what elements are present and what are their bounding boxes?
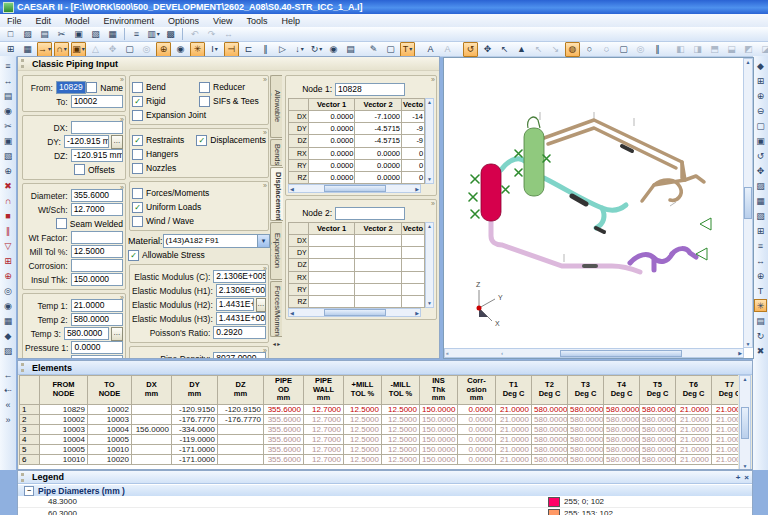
- refresh-view-icon[interactable]: ◎: [139, 42, 154, 57]
- hangers-checkbox[interactable]: Hangers: [132, 148, 199, 160]
- dz-field[interactable]: -120.915 mm: [71, 149, 123, 162]
- hanger-aux-icon[interactable]: ◎: [2, 284, 15, 297]
- element-cell[interactable]: 580.0000: [568, 444, 604, 454]
- element-cell[interactable]: 10003: [88, 414, 132, 424]
- find-node-icon[interactable]: ◉: [326, 42, 341, 57]
- element-cell[interactable]: 150.0000: [420, 414, 458, 424]
- cut-icon[interactable]: ✂: [54, 27, 69, 42]
- element-cell[interactable]: 12.5000: [344, 454, 382, 464]
- elements-col-header[interactable]: Corr- osion mm: [458, 376, 496, 405]
- rigid-aux-icon[interactable]: ■: [2, 209, 15, 222]
- element-cell[interactable]: [218, 424, 264, 434]
- hangers-toggle-icon[interactable]: ◉: [173, 42, 188, 57]
- forces-moments-checkbox[interactable]: Forces/Moments: [132, 187, 209, 199]
- anchors-toggle-icon[interactable]: ⊣: [224, 42, 239, 57]
- element-cell[interactable]: 355.6000: [264, 434, 304, 444]
- element-cell[interactable]: 0.0000: [458, 414, 496, 424]
- element-cell[interactable]: 21.0000: [712, 424, 739, 434]
- element-row[interactable]: 21000210003-176.7770-176.7770355.600012.…: [20, 414, 739, 424]
- element-cell[interactable]: 12.5000: [382, 444, 420, 454]
- select-arrow-icon[interactable]: ↖: [497, 42, 512, 57]
- element-cell[interactable]: 12.5000: [344, 424, 382, 434]
- restraints-checkbox[interactable]: ✓Restraints: [132, 134, 196, 146]
- element-cell[interactable]: 150.0000: [420, 404, 458, 414]
- group-expand-icon[interactable]: »: [263, 347, 266, 354]
- vector-cell[interactable]: 0.0000: [308, 123, 355, 135]
- vector-cell[interactable]: 0: [402, 159, 425, 171]
- element-cell[interactable]: 10020: [88, 454, 132, 464]
- vector-cell[interactable]: [402, 247, 425, 259]
- vector-cell[interactable]: [355, 247, 402, 259]
- undo-icon[interactable]: ↶: [187, 27, 202, 42]
- element-cell[interactable]: 10002: [40, 414, 88, 424]
- element-cell[interactable]: 355.6000: [264, 454, 304, 464]
- font-smaller-icon[interactable]: A: [440, 42, 455, 57]
- element-cell[interactable]: 150.0000: [420, 444, 458, 454]
- view-plan-icon[interactable]: ⊞: [754, 74, 767, 87]
- dropdown-arrow-icon[interactable]: ▾: [48, 43, 51, 56]
- element-cell[interactable]: [132, 414, 172, 424]
- poisson-s-ratio-field[interactable]: 0.2920: [213, 326, 266, 339]
- vector-cell[interactable]: [308, 271, 355, 283]
- elastic-modulus-h1-field[interactable]: 2.1306E+005: [216, 284, 266, 297]
- paste-icon[interactable]: ▧: [88, 27, 103, 42]
- elements-col-header[interactable]: -MILL TOL %: [382, 376, 420, 405]
- legend-panel-header[interactable]: Legend + ×: [18, 471, 752, 484]
- flow-direction-icon[interactable]: ▷: [275, 42, 290, 57]
- snapshot-icon[interactable]: ▢: [122, 42, 137, 57]
- grid-view-icon[interactable]: ⊞: [3, 42, 18, 57]
- scrollbar-thumb[interactable]: [324, 309, 386, 316]
- ellipsis-button[interactable]: ...: [111, 135, 123, 149]
- legend-entry[interactable]: 48.3000255; 0; 102: [18, 496, 752, 508]
- temp-3-field[interactable]: 580.0000: [64, 327, 109, 340]
- reducer-aux-icon[interactable]: ▽: [2, 239, 15, 252]
- legend-entry[interactable]: 60.3000255; 153; 102: [18, 508, 752, 515]
- dx-field[interactable]: [71, 121, 123, 134]
- view-top-icon[interactable]: ⬒: [707, 42, 722, 57]
- element-cell[interactable]: 156.0000: [132, 424, 172, 434]
- expansion-joint-aux-icon[interactable]: ∥: [2, 224, 15, 237]
- mill-tol-field[interactable]: 12.5000: [71, 245, 123, 258]
- restraint-aux-icon[interactable]: ⊕: [2, 269, 15, 282]
- element-cell[interactable]: 12.7000: [304, 414, 344, 424]
- elements-col-header[interactable]: T5 Deg C: [640, 376, 676, 405]
- vector-cell[interactable]: [402, 271, 425, 283]
- scrollbar-thumb[interactable]: [324, 185, 386, 192]
- element-cell[interactable]: 580.0000: [604, 414, 640, 424]
- element-cell[interactable]: 21.0000: [712, 434, 739, 444]
- scroll-up-icon[interactable]: ▲: [746, 59, 751, 65]
- shaded-mode-icon[interactable]: ◎: [633, 42, 648, 57]
- element-list-icon[interactable]: ▤: [2, 89, 15, 102]
- element-cell[interactable]: 21.0000: [712, 404, 739, 414]
- vector-cell[interactable]: -9: [402, 123, 425, 135]
- capture-image-icon[interactable]: ▤: [754, 314, 767, 327]
- elements-col-header[interactable]: T3 Deg C: [568, 376, 604, 405]
- element-cell[interactable]: 580.0000: [568, 404, 604, 414]
- group-expand-icon[interactable]: »: [120, 76, 123, 83]
- element-cell[interactable]: 10829: [40, 404, 88, 414]
- element-cell[interactable]: 0.0000: [458, 454, 496, 464]
- expansion-joint-checkbox[interactable]: Expansion Joint: [132, 109, 206, 121]
- scroll-down-icon[interactable]: ▼: [743, 463, 748, 469]
- elements-col-header[interactable]: DY mm: [172, 376, 218, 405]
- element-cell[interactable]: 355.6000: [264, 444, 304, 454]
- volume-mode-icon[interactable]: ◍: [565, 42, 580, 57]
- element-cell[interactable]: 21.0000: [496, 454, 532, 464]
- element-cell[interactable]: 21.0000: [676, 424, 712, 434]
- nozzles-checkbox[interactable]: Nozzles: [132, 162, 199, 174]
- element-cell[interactable]: 21.0000: [496, 444, 532, 454]
- vector-cell[interactable]: [355, 283, 402, 295]
- insul-thk-field[interactable]: 150.0000: [71, 273, 123, 286]
- vector-cell[interactable]: 0.0000: [355, 171, 402, 183]
- scrollbar-thumb[interactable]: [744, 187, 752, 219]
- dropdown-arrow-icon[interactable]: ▾: [157, 28, 160, 41]
- sifs-tees-checkbox[interactable]: SIFs & Tees: [199, 95, 266, 107]
- element-cell[interactable]: 150.0000: [420, 434, 458, 444]
- element-cell[interactable]: 21.0000: [496, 434, 532, 444]
- element-cell[interactable]: 580.0000: [604, 454, 640, 464]
- scroll-right-icon[interactable]: ▶: [738, 350, 742, 356]
- elements-col-header[interactable]: T2 Deg C: [532, 376, 568, 405]
- vector-cell[interactable]: [355, 235, 402, 247]
- scroll-up-icon[interactable]: ▲: [743, 376, 748, 382]
- close-icon[interactable]: ×: [744, 473, 749, 482]
